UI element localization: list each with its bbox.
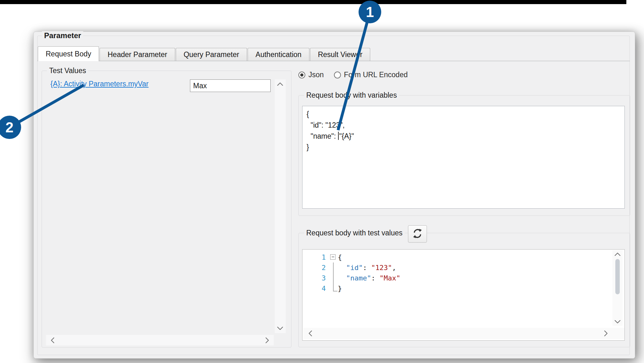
callout-2-number: 2 [5,119,14,135]
scrollbar-thumb[interactable] [615,259,620,294]
scroll-up-icon[interactable] [614,252,621,256]
json-radio[interactable] [298,72,305,78]
tab-label: Query Parameter [184,50,239,59]
textarea-line: "id": "123", [307,120,620,131]
request-body-variables-title: Request body with variables [304,91,399,100]
test-values-vertical-scrollbar[interactable] [275,79,286,333]
line-number: 2 [302,262,329,273]
code-text: "name": "Max" [338,273,400,283]
form-url-encoded-radio[interactable] [334,72,341,78]
tab-authentication[interactable]: Authentication [248,48,309,61]
callout-1-number: 1 [366,4,374,20]
code-line: 1−{ [302,252,612,262]
request-body-test-values-title: Request body with test values [304,228,405,237]
request-body-variables-group: Request body with variables { "id": "123… [298,95,630,216]
app-panel: Parameter Request Body Header Parameter … [33,32,635,359]
code-text: "id": "123", [338,262,396,273]
code-lines: 1−{2 "id": "123",3 "name": "Max"4} [302,252,612,294]
test-values-group: Test Values {A}: Activity Parameters.myV… [42,71,291,348]
tab-header-parameter[interactable]: Header Parameter [100,48,175,61]
fold-column: − [329,252,338,262]
variable-link[interactable]: {A}: Activity Parameters.myVar [50,80,148,88]
scroll-left-icon[interactable] [308,330,313,337]
code-line: 3 "name": "Max" [302,273,612,283]
scroll-right-icon[interactable] [265,337,269,344]
tabstrip-baseline [37,61,630,61]
line-number: 1 [302,252,329,262]
line-number: 3 [302,273,329,283]
textarea-line: } [307,142,620,153]
refresh-icon [412,228,423,240]
scroll-down-icon[interactable] [614,320,621,324]
textarea-line: "name": "{A}" [307,131,620,142]
test-values-code-editor[interactable]: 1−{2 "id": "123",3 "name": "Max"4} [302,249,625,341]
test-values-horizontal-scrollbar[interactable] [46,335,274,345]
tab-label: Request Body [46,50,91,58]
parameter-group: Parameter Request Body Header Parameter … [37,36,630,355]
tab-request-body[interactable]: Request Body [38,46,99,61]
code-line: 2 "id": "123", [302,262,612,273]
scroll-down-icon[interactable] [277,326,284,331]
scroll-left-icon[interactable] [50,337,55,344]
json-radio-label: Json [308,71,324,79]
fold-collapse-icon[interactable]: − [330,254,336,260]
tab-result-viewer[interactable]: Result Viewer [310,48,370,61]
line-number: 4 [302,283,329,294]
request-body-test-values-group: Request body with test values 1−{2 "id":… [298,233,630,347]
screenshot-canvas: Parameter Request Body Header Parameter … [0,0,644,363]
body-format-radio-group: Json Form URL Encoded [298,71,408,79]
code-text: { [338,252,342,262]
top-black-bar [0,0,626,4]
request-body-variables-textarea[interactable]: { "id": "123", "name": "{A}" } [302,106,625,209]
tab-label: Header Parameter [107,50,167,59]
form-url-encoded-radio-label: Form URL Encoded [344,71,408,79]
tab-label: Result Viewer [318,50,362,59]
editor-horizontal-scrollbar[interactable] [303,328,624,339]
editor-vertical-scrollbar[interactable] [612,250,623,326]
test-values-group-title: Test Values [47,66,88,75]
scroll-right-icon[interactable] [604,330,608,337]
callout-2-circle [0,116,21,139]
tab-label: Authentication [256,50,302,59]
test-value-input[interactable] [190,79,271,92]
fold-guide-line [333,262,337,291]
tab-bar: Request Body Header Parameter Query Para… [38,46,370,61]
parameter-group-title: Parameter [42,31,83,40]
textarea-line: { [307,109,620,120]
refresh-button[interactable] [408,225,427,243]
code-line: 4} [302,283,612,294]
tab-query-parameter[interactable]: Query Parameter [176,48,247,61]
scroll-up-icon[interactable] [277,82,284,86]
code-text: } [338,283,342,294]
